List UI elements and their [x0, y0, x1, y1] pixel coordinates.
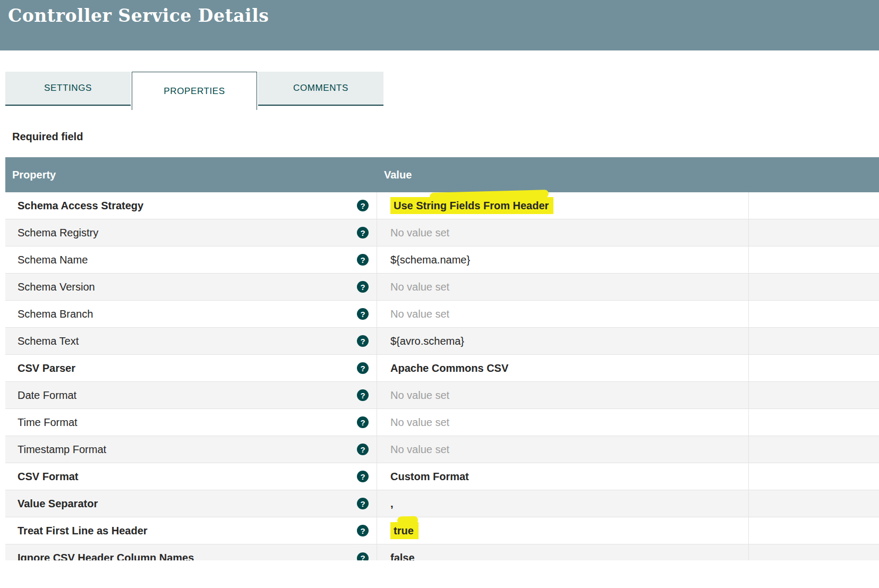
help-icon[interactable]: ?: [357, 281, 369, 293]
property-cell: CSV Format ?: [5, 463, 377, 490]
help-icon[interactable]: ?: [357, 227, 369, 238]
table-row: Schema Version ? No value set: [5, 274, 879, 301]
property-cell: Date Format ?: [5, 382, 377, 408]
property-name: Schema Text: [18, 335, 79, 347]
table-row: Timestamp Format ? No value set: [5, 436, 879, 463]
property-value-text: ${schema.name}: [390, 254, 470, 266]
property-value-cell[interactable]: false: [377, 544, 749, 560]
row-filler-cell: [749, 436, 879, 463]
help-icon[interactable]: ?: [357, 525, 369, 536]
row-filler-cell: [749, 463, 879, 490]
help-icon[interactable]: ?: [357, 335, 369, 347]
row-filler-cell: [749, 355, 879, 381]
property-name: Timestamp Format: [18, 444, 106, 456]
properties-table: Property Value Schema Access Strategy ? …: [5, 157, 879, 560]
property-name: Schema Branch: [18, 308, 93, 320]
property-name: Schema Name: [18, 254, 88, 266]
table-row: CSV Parser ? Apache Commons CSV: [5, 355, 879, 382]
property-cell: Schema Version ?: [5, 274, 377, 300]
property-name: CSV Format: [18, 471, 78, 483]
help-icon[interactable]: ?: [357, 200, 369, 211]
property-cell: Schema Text ?: [5, 328, 377, 354]
property-cell: Schema Branch ?: [5, 301, 377, 327]
help-icon[interactable]: ?: [357, 444, 369, 455]
row-filler-cell: [749, 544, 879, 560]
help-icon[interactable]: ?: [357, 552, 369, 561]
property-value-text: No value set: [390, 308, 449, 320]
property-value-cell[interactable]: ,: [377, 490, 749, 517]
property-cell: Schema Name ?: [5, 246, 377, 273]
table-row: Date Format ? No value set: [5, 382, 879, 409]
property-value-text: No value set: [390, 444, 449, 456]
dialog-header: Controller Service Details: [0, 0, 879, 50]
row-filler-cell: [749, 219, 879, 246]
row-filler-cell: [749, 328, 879, 354]
property-value-cell[interactable]: Apache Commons CSV: [377, 355, 749, 381]
tab-properties[interactable]: PROPERTIES: [132, 72, 257, 110]
property-name: CSV Parser: [18, 362, 75, 374]
table-body: Schema Access Strategy ? Use String Fiel…: [5, 192, 879, 560]
property-value-cell[interactable]: No value set: [377, 274, 749, 300]
property-value-cell[interactable]: No value set: [377, 219, 749, 246]
help-icon[interactable]: ?: [357, 308, 369, 320]
help-icon[interactable]: ?: [357, 498, 369, 509]
column-header-value: Value: [377, 169, 749, 181]
row-filler-cell: [749, 192, 879, 219]
property-name: Time Format: [18, 416, 78, 429]
property-cell: Schema Access Strategy ?: [5, 192, 377, 219]
table-row: CSV Format ? Custom Format: [5, 463, 879, 490]
property-cell: Time Format ?: [5, 409, 377, 436]
property-value-text: ,: [390, 498, 394, 510]
property-cell: Treat First Line as Header ?: [5, 517, 377, 544]
tab-settings[interactable]: SETTINGS: [5, 72, 131, 106]
row-filler-cell: [749, 382, 879, 408]
help-icon[interactable]: ?: [357, 471, 369, 482]
help-icon[interactable]: ?: [357, 362, 369, 374]
property-value-text: No value set: [390, 416, 449, 429]
required-field-label: Required field: [12, 131, 879, 143]
property-cell: Schema Registry ?: [5, 219, 377, 246]
property-value-cell[interactable]: true: [377, 517, 749, 544]
property-value-cell[interactable]: Custom Format: [377, 463, 749, 490]
column-header-property: Property: [5, 169, 377, 181]
table-row: Ignore CSV Header Column Names ? false: [5, 544, 879, 560]
tab-comments[interactable]: COMMENTS: [258, 72, 383, 106]
row-filler-cell: [749, 274, 879, 300]
page-title: Controller Service Details: [8, 5, 879, 26]
row-filler-cell: [749, 517, 879, 544]
property-value-cell[interactable]: No value set: [377, 436, 749, 463]
property-value-text: No value set: [390, 227, 449, 239]
property-value-cell[interactable]: ${schema.name}: [377, 246, 749, 273]
help-icon[interactable]: ?: [357, 416, 369, 428]
property-cell: Value Separator ?: [5, 490, 377, 517]
property-name: Treat First Line as Header: [18, 525, 148, 537]
property-value-text: Use String Fields From Header: [390, 197, 553, 214]
row-filler-cell: [749, 301, 879, 327]
property-value-text: true: [390, 522, 419, 539]
row-filler-cell: [749, 409, 879, 436]
help-icon[interactable]: ?: [357, 389, 369, 401]
property-value-cell[interactable]: No value set: [377, 409, 749, 436]
table-row: Value Separator ? ,: [5, 490, 879, 517]
table-row: Schema Name ? ${schema.name}: [5, 246, 879, 274]
row-filler-cell: [749, 246, 879, 273]
property-value-text: ${avro.schema}: [390, 335, 464, 347]
property-value-cell[interactable]: Use String Fields From Header: [377, 192, 749, 219]
property-name: Ignore CSV Header Column Names: [18, 552, 194, 560]
table-row: Treat First Line as Header ? true: [5, 517, 879, 544]
table-row: Schema Text ? ${avro.schema}: [5, 328, 879, 355]
property-name: Schema Version: [18, 281, 95, 293]
table-row: Schema Registry ? No value set: [5, 219, 879, 246]
property-value-cell[interactable]: No value set: [377, 301, 749, 327]
property-cell: CSV Parser ?: [5, 355, 377, 381]
property-cell: Ignore CSV Header Column Names ?: [5, 544, 377, 560]
property-value-cell[interactable]: ${avro.schema}: [377, 328, 749, 354]
property-name: Value Separator: [18, 498, 98, 510]
table-row: Schema Branch ? No value set: [5, 301, 879, 328]
property-value-cell[interactable]: No value set: [377, 382, 749, 408]
property-value-text: Custom Format: [390, 471, 469, 483]
property-name: Schema Registry: [18, 227, 98, 239]
tab-bar: SETTINGS PROPERTIES COMMENTS: [5, 72, 879, 110]
table-header-row: Property Value: [5, 157, 879, 192]
help-icon[interactable]: ?: [357, 254, 369, 266]
